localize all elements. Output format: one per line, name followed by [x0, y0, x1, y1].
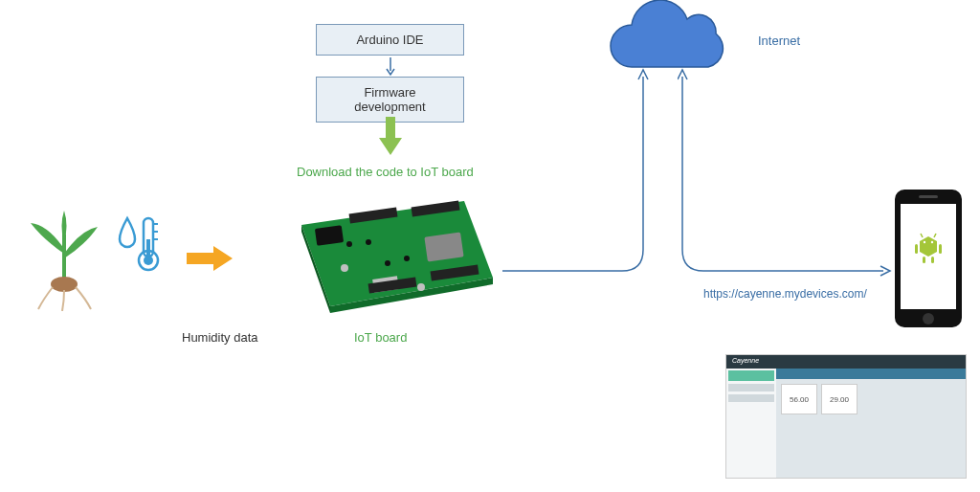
svg-point-16 — [346, 241, 352, 247]
dashboard-widget-2: 29.00 — [821, 384, 858, 414]
flow-cloud-to-phone — [678, 62, 893, 278]
flow-board-to-cloud — [498, 62, 660, 278]
svg-rect-25 — [919, 195, 938, 198]
flow-arrow-right-icon — [187, 244, 234, 273]
dashboard-widget-1: 56.00 — [781, 384, 817, 414]
svg-rect-29 — [939, 244, 942, 254]
internet-label: Internet — [758, 34, 800, 48]
download-code-label: Download the code to IoT board — [297, 165, 474, 179]
plant-icon — [19, 206, 110, 311]
firmware-dev-box: Firmware development — [316, 77, 464, 123]
cayenne-dashboard-preview: Cayenne 56.00 29.00 — [725, 354, 967, 479]
small-arrow-down-icon — [385, 57, 396, 77]
arduino-ide-box: Arduino IDE — [316, 24, 464, 56]
cayenne-url-label: https://cayenne.mydevices.com/ — [703, 287, 867, 301]
iot-board-label: IoT board — [354, 330, 407, 345]
svg-point-17 — [366, 239, 371, 245]
svg-point-26 — [924, 241, 925, 243]
svg-point-19 — [404, 256, 410, 261]
svg-point-3 — [144, 256, 153, 265]
svg-point-27 — [931, 241, 933, 243]
svg-point-18 — [385, 260, 390, 266]
humidity-sensor-icon — [115, 211, 163, 278]
svg-rect-30 — [923, 257, 925, 263]
svg-point-24 — [923, 313, 934, 324]
svg-point-0 — [51, 277, 78, 292]
phone-icon — [890, 187, 967, 330]
svg-rect-28 — [915, 244, 918, 254]
svg-point-20 — [341, 264, 348, 272]
svg-rect-31 — [931, 257, 934, 263]
dashboard-brand: Cayenne — [726, 355, 966, 369]
humidity-data-label: Humidity data — [182, 330, 257, 345]
green-arrow-down-icon — [379, 117, 402, 157]
iot-board-icon — [278, 187, 502, 321]
svg-rect-11 — [424, 232, 463, 261]
svg-point-21 — [417, 283, 425, 291]
